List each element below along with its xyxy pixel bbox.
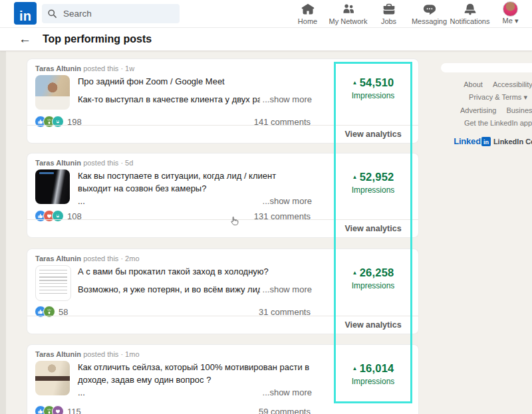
nav-messaging[interactable]: Messaging — [409, 0, 450, 27]
page-title: Top performing posts — [43, 33, 152, 45]
post-title[interactable]: А с вами бы прокатил такой заход в холод… — [78, 265, 312, 278]
post-meta: posted this · 1mo — [83, 350, 139, 358]
show-more-link[interactable]: ...show more — [263, 196, 312, 206]
post-content: А с вами бы прокатил такой заход в холод… — [78, 265, 312, 294]
post-content: Как вы поступаете в ситуации, когда лид … — [78, 169, 312, 206]
post-meta: posted this · 5d — [83, 159, 133, 167]
post-thumbnail-photo[interactable] — [35, 361, 70, 395]
nav-me-label: Me ▾ — [503, 17, 519, 25]
post-author[interactable]: Taras Altunin — [35, 159, 81, 167]
impressions-label: Impressions — [333, 281, 413, 290]
profile-avatar — [503, 1, 518, 17]
linkedin-logo[interactable]: in — [14, 2, 37, 25]
left-edge-strip — [0, 51, 6, 414]
linkedin-logo-text: in — [19, 9, 31, 23]
footer-get-app-link[interactable]: Get the LinkedIn app — [464, 119, 532, 127]
nav-messaging-label: Messaging — [412, 17, 447, 25]
impressions-block: ▲54,510 Impressions — [333, 76, 413, 100]
card-divider — [27, 125, 418, 126]
up-arrow-icon: ▲ — [352, 174, 358, 180]
up-arrow-icon: ▲ — [352, 80, 358, 86]
messaging-icon — [423, 3, 436, 16]
page-header: ← Top performing posts — [0, 27, 532, 51]
post-content: Как отличить сейлза, который 100% мотиви… — [78, 361, 312, 397]
right-rail-card — [441, 63, 532, 72]
show-more-link[interactable]: ...show more — [263, 284, 312, 294]
right-rail-footer: About Accessibility Privacy & Terms ▾ Ad… — [439, 80, 532, 146]
view-analytics-button[interactable]: View analytics — [333, 320, 413, 330]
home-icon — [301, 3, 315, 16]
impressions-value: 54,510 — [360, 76, 394, 88]
footer-business-link[interactable]: Business — [506, 106, 532, 114]
post-card-1: Taras Altunin posted this · 1w Про задни… — [27, 58, 419, 144]
post-snippet: Как-то выступал в качестве клиента у дву… — [78, 94, 260, 104]
top-navigation-bar: in Home My Network Jobs Messaging Notifi… — [0, 0, 532, 28]
search-icon — [47, 9, 57, 19]
nav-my-network-label: My Network — [329, 17, 367, 25]
footer-corp-text: LinkedIn Corp — [493, 138, 532, 146]
nav-me[interactable]: Me ▾ — [490, 0, 531, 27]
post-ellipsis: ... — [78, 196, 260, 206]
view-analytics-button[interactable]: View analytics — [333, 224, 413, 233]
post-author[interactable]: Taras Altunin — [35, 255, 81, 262]
impressions-block: ▲26,258 Impressions — [333, 266, 413, 290]
funny-reaction-icon — [52, 116, 64, 128]
post-author[interactable]: Taras Altunin — [35, 64, 81, 72]
search-input[interactable] — [62, 8, 164, 19]
post-content: Про задний фон Zoom / Google Meet Как-то… — [78, 75, 312, 104]
reactions-count: 115 — [67, 407, 81, 414]
impressions-label: Impressions — [333, 91, 413, 100]
post-ellipsis: ... — [78, 387, 260, 397]
post-title[interactable]: Как вы поступаете в ситуации, когда лид … — [78, 169, 312, 195]
post-thumbnail-document[interactable] — [35, 265, 71, 301]
footer-about-link[interactable]: About — [464, 80, 483, 88]
post-author-line: Taras Altunin posted this · 2mo — [35, 255, 140, 262]
linkedin-wordmark: Linked — [454, 136, 481, 146]
up-arrow-icon: ▲ — [352, 365, 358, 371]
footer-privacy-terms-link[interactable]: Privacy & Terms ▾ — [469, 93, 527, 102]
impressions-label: Impressions — [333, 377, 413, 386]
nav-notifications[interactable]: Notifications — [450, 0, 490, 27]
search-box[interactable] — [42, 4, 180, 23]
show-more-link[interactable]: ...show more — [263, 94, 312, 104]
post-author-line: Taras Altunin posted this · 5d — [35, 159, 133, 167]
footer-brand: Linked in LinkedIn Corp — [439, 136, 532, 146]
footer-accessibility-link[interactable]: Accessibility — [493, 80, 532, 88]
post-meta: posted this · 1w — [83, 64, 134, 72]
impressions-value: 52,952 — [360, 171, 394, 183]
view-analytics-button[interactable]: View analytics — [333, 130, 413, 139]
funny-reaction-icon — [52, 210, 64, 222]
nav-home-label: Home — [298, 17, 317, 25]
comments-link[interactable]: 59 comments — [259, 407, 311, 414]
post-author-line: Taras Altunin posted this · 1w — [35, 64, 134, 72]
briefcase-icon — [382, 3, 396, 16]
post-author-line: Taras Altunin posted this · 1mo — [35, 350, 140, 358]
card-divider — [27, 219, 418, 220]
up-arrow-icon: ▲ — [352, 270, 358, 276]
post-snippet: Возможно, я уже потерян, и во всём вижу … — [78, 284, 260, 294]
global-nav-items: Home My Network Jobs Messaging Notificat… — [287, 0, 531, 27]
impressions-value: 26,258 — [360, 266, 394, 278]
post-author[interactable]: Taras Altunin — [35, 350, 81, 358]
impressions-label: Impressions — [333, 185, 413, 195]
bell-icon — [464, 3, 477, 16]
post-card-2: Taras Altunin posted this · 5d Как вы по… — [27, 153, 419, 238]
support-reaction-icon — [52, 405, 64, 414]
back-arrow-button[interactable]: ← — [19, 33, 31, 45]
nav-notifications-label: Notifications — [450, 17, 490, 25]
reactions-summary[interactable]: 115 — [35, 406, 81, 414]
my-network-icon — [342, 3, 355, 16]
post-card-4: Taras Altunin posted this · 1mo Как отли… — [27, 344, 419, 414]
post-thumbnail-video[interactable] — [35, 169, 70, 204]
post-title[interactable]: Как отличить сейлза, который 100% мотиви… — [78, 361, 312, 386]
footer-advertising-link[interactable]: Advertising — [460, 106, 496, 114]
post-thumbnail-photo[interactable] — [35, 75, 70, 110]
nav-home[interactable]: Home — [287, 0, 328, 27]
nav-jobs-label: Jobs — [381, 17, 396, 25]
post-title[interactable]: Про задний фон Zoom / Google Meet — [78, 75, 312, 88]
nav-my-network[interactable]: My Network — [328, 0, 368, 27]
impressions-block: ▲16,014 Impressions — [333, 362, 413, 386]
nav-jobs[interactable]: Jobs — [368, 0, 409, 27]
show-more-link[interactable]: ...show more — [263, 387, 312, 397]
post-meta: posted this · 2mo — [83, 255, 139, 262]
